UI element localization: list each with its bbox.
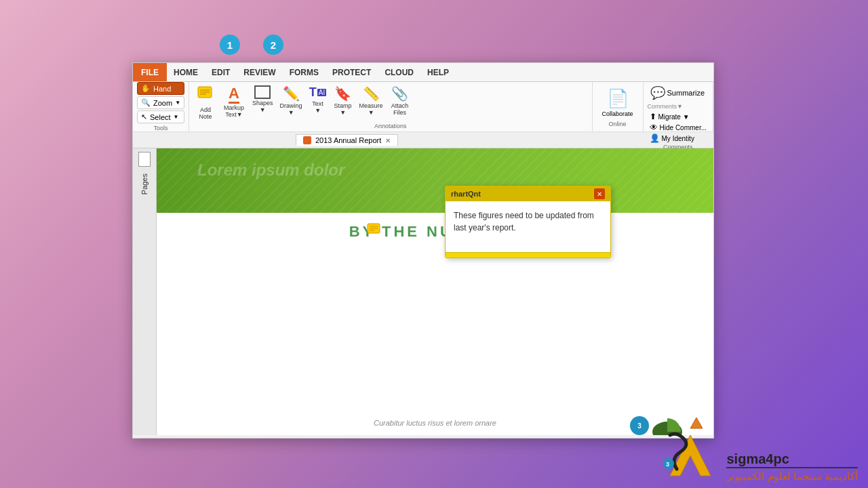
- hand-tool-button[interactable]: ✋ Hand: [137, 82, 184, 95]
- pages-panel-icon: [138, 152, 151, 167]
- measure-icon: 📏: [363, 85, 380, 102]
- stamp-button[interactable]: 🔖 Stamp ▼: [331, 84, 355, 117]
- tab-document-icon: [303, 136, 311, 144]
- drawing-button[interactable]: ✏️ Drawing ▼: [277, 84, 305, 117]
- annotations-group: Add Note A Markup Text▼ Shapes ▼: [189, 82, 592, 131]
- pages-label: Pages: [140, 174, 149, 195]
- by-the-numbers-heading: BY THE NUMBERS: [170, 223, 700, 241]
- collaborate-icon: 📄: [607, 88, 629, 109]
- pages-sidebar: Pages: [133, 148, 157, 435]
- online-group: 📄 Collaborate Online: [593, 82, 644, 131]
- menu-protect[interactable]: PROTECT: [326, 65, 378, 80]
- measure-button[interactable]: 📏 Measure ▼: [357, 84, 386, 117]
- zoom-tool-button[interactable]: 🔍 Zoom ▼: [137, 96, 184, 109]
- text-button[interactable]: T AI Text ▼: [307, 84, 330, 115]
- migrate-button[interactable]: ⬆ Migrate ▼: [648, 111, 709, 122]
- annotation-popup: rhartQnt ✕ These figures need to be upda…: [445, 186, 611, 258]
- menu-file[interactable]: FILE: [133, 63, 167, 81]
- green-band-watermark-text: Lorem ipsum dolor: [197, 161, 344, 180]
- annotations-group-label: Annotations: [193, 123, 588, 129]
- shapes-button[interactable]: Shapes ▼: [250, 84, 276, 115]
- migrate-icon: ⬆: [650, 112, 656, 121]
- hide-icon: 👁: [650, 123, 658, 132]
- comments-group: 💬 Summarize Comments▼ ⬆ Migrate ▼ 👁 Hide…: [644, 82, 713, 131]
- sigma4pc-text: sigma4pc: [726, 451, 789, 467]
- tools-group-label: Tools: [137, 125, 184, 131]
- collaborate-button[interactable]: 📄 Collaborate: [599, 86, 637, 119]
- shapes-icon: [254, 85, 271, 99]
- main-area: Pages Lorem ipsum dolor BY THE NUMBERS: [133, 148, 713, 435]
- tools-group: ✋ Hand 🔍 Zoom ▼ ↖ Select ▼ Tools: [133, 82, 189, 131]
- markup-text-icon: A: [229, 85, 239, 104]
- menu-help[interactable]: HELP: [420, 65, 456, 80]
- pdf-page: Lorem ipsum dolor BY THE NUMBERS: [157, 148, 713, 435]
- document-tab[interactable]: 2013 Annual Report ✕: [296, 134, 398, 146]
- menu-edit[interactable]: EDIT: [205, 65, 237, 80]
- document-canvas: Lorem ipsum dolor BY THE NUMBERS: [157, 148, 713, 435]
- add-note-icon: [197, 85, 214, 106]
- summarize-button[interactable]: 💬 Summarize: [648, 84, 708, 102]
- add-note-button[interactable]: Add Note: [193, 84, 218, 121]
- hand-icon: ✋: [141, 84, 151, 93]
- comment-bubble-icon: 💬: [650, 85, 665, 100]
- annotation-body: These figures need to be updated from la…: [446, 201, 610, 252]
- step-2-bubble: 2: [263, 35, 283, 55]
- markup-text-button[interactable]: A Markup Text▼: [220, 84, 248, 119]
- green-header-band: Lorem ipsum dolor: [157, 148, 713, 213]
- watermark-underline: [726, 467, 858, 468]
- attach-icon: 📎: [391, 85, 408, 102]
- svg-text:3: 3: [666, 461, 669, 468]
- zoom-dropdown-icon: ▼: [175, 100, 180, 106]
- select-tool-button[interactable]: ↖ Select ▼: [137, 110, 184, 123]
- cursor-icon: ↖: [141, 113, 147, 121]
- menu-home[interactable]: HOME: [167, 65, 205, 80]
- menu-forms[interactable]: FORMS: [283, 65, 326, 80]
- drawing-icon: ✏️: [283, 85, 300, 102]
- annotation-close-button[interactable]: ✕: [594, 188, 605, 199]
- menu-cloud[interactable]: CLOUD: [378, 65, 420, 80]
- stamp-icon: 🔖: [334, 85, 351, 102]
- watermark: 3 sigma4pc أكاديمية سيجما لعلوم الكمبيوت…: [637, 393, 868, 488]
- tab-close-button[interactable]: ✕: [385, 137, 391, 144]
- sticky-note-icon: [367, 223, 382, 238]
- tab-bar: 2013 Annual Report ✕: [133, 132, 713, 148]
- wave-area: BY THE NUMBERS: [157, 213, 713, 251]
- menu-review[interactable]: REVIEW: [237, 65, 282, 80]
- online-group-label: Online: [609, 121, 627, 127]
- step-1-bubble: 1: [220, 35, 240, 55]
- attach-files-button[interactable]: 📎 Attach Files: [387, 84, 413, 117]
- select-dropdown-icon: ▼: [174, 114, 179, 120]
- sigma4pc-logo: 3: [656, 422, 721, 483]
- text-icon: T AI: [309, 85, 326, 100]
- watermark-arabic-text: أكاديمية سيجما لعلوم الكمبيوتر: [726, 470, 858, 483]
- hide-comments-button[interactable]: 👁 Hide Commer...: [648, 122, 709, 133]
- my-identity-button[interactable]: 👤 My Identity: [648, 133, 709, 144]
- ribbon: ✋ Hand 🔍 Zoom ▼ ↖ Select ▼ Tools: [133, 82, 713, 132]
- menu-bar: FILE HOME EDIT REVIEW FORMS PROTECT CLOU…: [133, 63, 713, 82]
- person-icon: 👤: [650, 134, 660, 143]
- zoom-icon: 🔍: [141, 98, 151, 107]
- annotation-header: rhartQnt ✕: [446, 186, 610, 201]
